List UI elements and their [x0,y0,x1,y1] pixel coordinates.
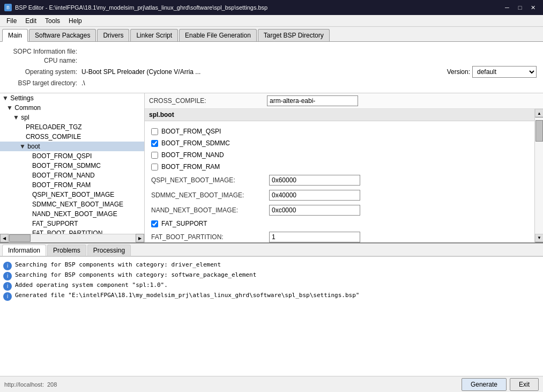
sdmmc-next-boot-row: SDMMC_NEXT_BOOT_IMAGE: [145,188,534,203]
checkbox-fat-support-row: FAT_SUPPORT [145,218,534,230]
sopc-label: SOPC Information file: [6,48,81,55]
menu-tools[interactable]: Tools [41,16,64,26]
menu-edit[interactable]: Edit [21,16,41,26]
menu-help[interactable]: Help [64,16,86,26]
log-line-2: i Added operating system component "spl:… [3,282,540,291]
tab-problems[interactable]: Problems [47,245,86,256]
maximize-button[interactable]: □ [514,2,526,13]
tree-item-spl[interactable]: ▼ spl [0,113,144,122]
menu-file[interactable]: File [2,16,21,26]
tree-h-scroll-left[interactable]: ◀ [0,234,9,242]
log-text-1: Searching for BSP components with catego… [15,271,256,278]
tree-item-cross-compile[interactable]: CROSS_COMPILE [0,132,144,142]
menu-bar: File Edit Tools Help [0,15,543,27]
checkbox-boot-nand-row: BOOT_FROM_NAND [145,149,534,161]
cross-compile-input[interactable] [267,95,358,106]
bsp-row: BSP target directory: .\ [6,79,537,87]
os-row: Operating system: U-Boot SPL Preloader (… [6,66,537,78]
nand-next-boot-input[interactable] [269,205,360,216]
tree-item-qspi-next-boot[interactable]: QSPI_NEXT_BOOT_IMAGE [0,190,144,199]
window-title: BSP Editor - E:\intelFPGA\18.1\my_models… [15,4,267,11]
os-value: U-Boot SPL Preloader (Cyclone V/Arria ..… [81,68,441,76]
checkbox-boot-from-sdmmc[interactable] [151,140,158,147]
tab-information[interactable]: Information [2,245,46,256]
settings-panel: CROSS_COMPILE: spl.boot BOOT_FROM_QSPI [145,93,543,242]
tree-scroll[interactable]: ▼ Settings ▼ Common ▼ spl PRELOADER_TGZ … [0,93,144,234]
sdmmc-next-boot-label: SDMMC_NEXT_BOOT_IMAGE: [151,191,269,199]
checkbox-boot-from-nand[interactable] [151,152,158,159]
settings-scroll-track[interactable] [535,117,543,234]
split-content: ▼ Settings ▼ Common ▼ spl PRELOADER_TGZ … [0,93,543,242]
tree-h-scrollbar[interactable]: ◀ ▶ [0,234,144,242]
app-window: B BSP Editor - E:\intelFPGA\18.1\my_mode… [0,0,543,392]
log-text-2: Added operating system component "spl:1.… [15,282,168,289]
qspi-next-boot-row: QSPI_NEXT_BOOT_IMAGE: [145,173,534,188]
tab-drivers[interactable]: Drivers [97,29,129,41]
tree-item-boot[interactable]: ▼ boot [0,142,144,151]
cross-compile-label: CROSS_COMPILE: [149,97,267,105]
tree-item-fat-support[interactable]: FAT_SUPPORT [0,219,144,228]
settings-scroll-up[interactable]: ▲ [535,109,543,117]
tree-item-preloader-tgz[interactable]: PRELOADER_TGZ [0,122,144,132]
checkbox-fat-support[interactable] [151,220,158,227]
version-select[interactable]: default [472,66,537,78]
checkbox-boot-ram-row: BOOT_FROM_RAM [145,161,534,173]
tree-h-scroll-thumb[interactable] [9,234,31,242]
tree-panel: ▼ Settings ▼ Common ▼ spl PRELOADER_TGZ … [0,93,145,242]
log-icon-2: i [3,282,12,291]
os-label: Operating system: [6,68,81,76]
settings-scroll-down[interactable]: ▼ [535,234,543,242]
settings-scroll-area[interactable]: spl.boot BOOT_FROM_QSPI BOOT_FROM_SDMMC [145,109,543,242]
title-bar-left: B BSP Editor - E:\intelFPGA\18.1\my_mode… [4,4,267,11]
qspi-next-boot-input[interactable] [269,175,360,186]
tree-item-common[interactable]: ▼ Common [0,103,144,113]
main-tab-bar: Main Software Packages Drivers Linker Sc… [0,27,543,42]
checkbox-boot-from-qspi[interactable] [151,128,158,135]
tree-item-boot-from-sdmmc[interactable]: BOOT_FROM_SDMMC [0,161,144,171]
fat-boot-partition-row: FAT_BOOT_PARTITION: [145,230,534,242]
sdmmc-next-boot-input[interactable] [269,190,360,201]
settings-v-scrollbar: ▲ ▼ [534,109,543,242]
bsp-value: .\ [81,79,537,87]
tab-processing[interactable]: Processing [87,245,131,256]
tree-item-boot-from-nand[interactable]: BOOT_FROM_NAND [0,171,144,180]
tree-item-nand-next-boot[interactable]: NAND_NEXT_BOOT_IMAGE [0,209,144,219]
log-icon-3: i [3,292,12,301]
checkbox-boot-nand-label: BOOT_FROM_NAND [161,151,224,159]
log-icon-1: i [3,272,12,280]
settings-content: spl.boot BOOT_FROM_QSPI BOOT_FROM_SDMMC [145,109,534,242]
tree-item-boot-from-ram[interactable]: BOOT_FROM_RAM [0,180,144,190]
port-text: 208 [47,381,57,388]
bottom-tab-bar: Information Problems Processing [0,243,543,256]
cross-compile-row: CROSS_COMPILE: [145,93,543,109]
checkbox-boot-sdmmc-label: BOOT_FROM_SDMMC [161,139,230,147]
info-section: SOPC Information file: CPU name: Operati… [0,42,543,93]
tree-h-scroll-right[interactable]: ▶ [136,234,144,242]
settings-header: spl.boot [145,109,534,121]
settings-scroll-thumb[interactable] [535,120,543,142]
tab-target-bsp-directory[interactable]: Target BSP Directory [258,29,330,41]
checkbox-fat-support-label: FAT_SUPPORT [161,220,207,227]
tab-enable-file-generation[interactable]: Enable File Generation [179,29,257,41]
log-area: i Searching for BSP components with cate… [0,256,543,393]
tree-item-settings[interactable]: ▼ Settings [0,93,144,103]
version-label: Version: [447,68,470,76]
tab-main[interactable]: Main [2,29,28,42]
nand-next-boot-label: NAND_NEXT_BOOT_IMAGE: [151,206,269,214]
checkbox-boot-sdmmc-row: BOOT_FROM_SDMMC [145,137,534,149]
fat-boot-partition-input[interactable] [269,232,360,242]
tree-item-sdmmc-next-boot[interactable]: SDMMC_NEXT_BOOT_IMAGE [0,199,144,209]
tree-item-fat-boot-partition[interactable]: FAT_BOOT_PARTITION [0,228,144,234]
checkbox-boot-from-ram[interactable] [151,164,158,171]
close-button[interactable]: ✕ [527,2,539,13]
tab-software-packages[interactable]: Software Packages [29,29,96,41]
exit-button[interactable]: Exit [510,378,539,391]
minimize-button[interactable]: ─ [501,2,513,13]
tree-item-boot-from-qspi[interactable]: BOOT_FROM_QSPI [0,151,144,161]
log-line-3: i Generated file "E:\intelFPGA\18.1\my_m… [3,292,540,301]
bottom-bar: http://localhost: 208 Generate Exit [0,376,543,392]
tab-linker-script[interactable]: Linker Script [130,29,178,41]
log-line-1: i Searching for BSP components with cate… [3,271,540,280]
log-text-0: Searching for BSP components with catego… [15,261,221,268]
generate-button[interactable]: Generate [462,378,507,391]
